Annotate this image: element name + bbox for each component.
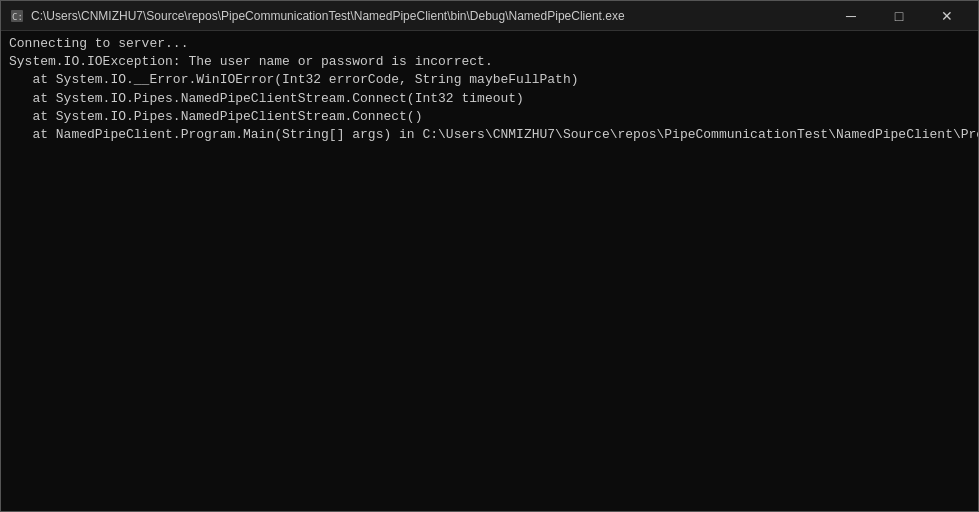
- title-bar-controls: ─ □ ✕: [828, 2, 970, 30]
- title-bar: C: C:\Users\CNMIZHU7\Source\repos\PipeCo…: [1, 1, 978, 31]
- console-output: Connecting to server...System.IO.IOExcep…: [1, 31, 978, 511]
- console-line: System.IO.IOException: The user name or …: [9, 53, 970, 71]
- title-bar-left: C: C:\Users\CNMIZHU7\Source\repos\PipeCo…: [9, 8, 625, 24]
- close-button[interactable]: ✕: [924, 2, 970, 30]
- minimize-button[interactable]: ─: [828, 2, 874, 30]
- console-line: Connecting to server...: [9, 35, 970, 53]
- app-icon: C:: [9, 8, 25, 24]
- console-window: C: C:\Users\CNMIZHU7\Source\repos\PipeCo…: [0, 0, 979, 512]
- console-line: at System.IO.Pipes.NamedPipeClientStream…: [9, 108, 970, 126]
- console-line: at NamedPipeClient.Program.Main(String[]…: [9, 126, 970, 144]
- console-line: at System.IO.__Error.WinIOError(Int32 er…: [9, 71, 970, 89]
- maximize-button[interactable]: □: [876, 2, 922, 30]
- console-line: at System.IO.Pipes.NamedPipeClientStream…: [9, 90, 970, 108]
- svg-text:C:: C:: [12, 12, 23, 22]
- window-title: C:\Users\CNMIZHU7\Source\repos\PipeCommu…: [31, 9, 625, 23]
